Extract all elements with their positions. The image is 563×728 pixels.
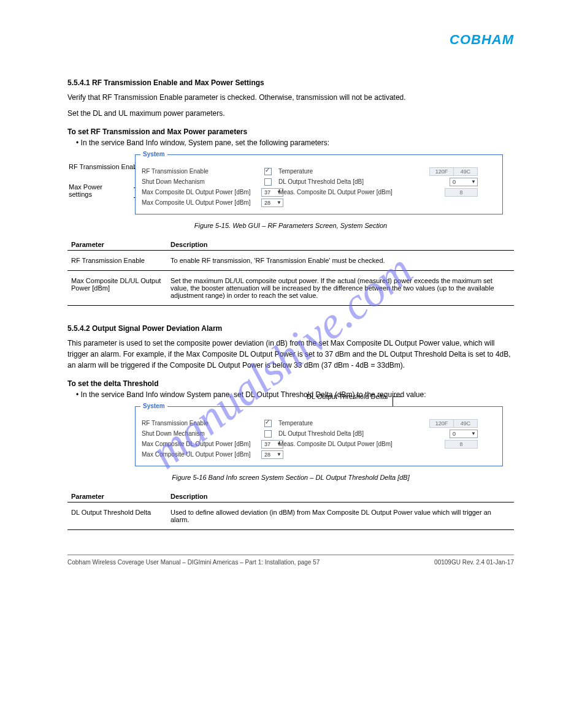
max-dl-value-2: 37 (264, 441, 270, 447)
table2-header-desc: Description (167, 491, 514, 502)
table-row: DL Output Threshold Delta Used to define… (67, 502, 514, 530)
t1r0-param: RF Transmission Enable (67, 251, 167, 271)
figure-caption-2: Figure 5-16 Band Info screen System Sect… (67, 474, 514, 481)
max-dl-value: 37 (264, 189, 270, 195)
max-ul-select-2[interactable]: 28▼ (261, 450, 283, 459)
t2r0-param: DL Output Threshold Delta (67, 502, 167, 530)
meas-dl-label: Meas. Composite DL Output Power [dBm] (275, 189, 404, 195)
callout-rf-label: RF Transmission Enable (69, 163, 142, 170)
chevron-down-icon: ▼ (277, 452, 282, 457)
temperature-label: Temperature (275, 168, 404, 175)
section-heading-2: 5.5.4.2 Output Signal Power Deviation Al… (67, 324, 514, 333)
chevron-down-icon: ▼ (471, 179, 476, 184)
meas-dl-label-2: Meas. Composite DL Output Power [dBm] (275, 441, 404, 447)
footer-right: 00109GU Rev. 2.4 01-Jan-17 (434, 559, 514, 566)
dl-thresh-select[interactable]: 0▼ (450, 178, 478, 186)
callout-dl-label: DL Output Threshold Delta (307, 393, 386, 400)
meas-dl-value-2: 8 (445, 440, 478, 449)
system-legend: System (140, 151, 167, 157)
page-footer: Cobham Wireless Coverage User Manual – D… (67, 555, 514, 566)
system-panel-2: System RF Transmission Enable Temperatur… (135, 406, 503, 466)
todo-2-step: • In the service Band Info window System… (67, 390, 514, 399)
footer-left: Cobham Wireless Coverage User Manual – D… (67, 559, 320, 566)
table-row: RF Transmission Enable To enable RF tran… (67, 251, 514, 271)
max-ul-label: Max Composite UL Output Power [dBm] (142, 199, 261, 206)
section-heading-1: 5.5.4.1 RF Transmission Enable and Max P… (67, 78, 514, 87)
rf-enable-checkbox[interactable] (264, 168, 272, 175)
params-table-1: Parameter Description RF Transmission En… (67, 239, 514, 306)
todo-1-step-text: In the service Band Info window, System … (81, 138, 330, 147)
t1r1-desc: Set the maximum DL/UL composite output p… (167, 271, 514, 306)
temperature-c-2: 49C (454, 419, 478, 428)
system-legend-2: System (140, 403, 167, 409)
temperature-f: 120F (429, 167, 454, 176)
dl-thresh-label: DL Output Threshold Delta [dB] (275, 178, 404, 185)
params-table-2: Parameter Description DL Output Threshol… (67, 491, 514, 530)
todo-1-step: • In the service Band Info window, Syste… (67, 138, 514, 147)
max-ul-value-2: 28 (264, 452, 270, 458)
dl-thresh-value: 0 (453, 179, 456, 185)
table1-header-desc: Description (167, 239, 514, 251)
chevron-down-icon: ▼ (471, 431, 476, 436)
chevron-down-icon: ▼ (277, 200, 282, 205)
max-ul-value: 28 (264, 200, 270, 206)
brand-logo: COBHAM (450, 32, 514, 48)
rf-enable-label: RF Transmission Enable (142, 168, 261, 175)
table2-header-param: Parameter (67, 491, 167, 502)
temperature-label-2: Temperature (275, 420, 404, 427)
system-panel-1: System RF Transmission Enable Temperatur… (135, 154, 503, 214)
max-dl-label-2: Max Composite DL Output Power [dBm] (142, 441, 261, 447)
dl-thresh-value-2: 0 (453, 431, 456, 437)
table1-header-param: Parameter (67, 239, 167, 251)
max-dl-label: Max Composite DL Output Power [dBm] (142, 189, 261, 195)
temperature-f-2: 120F (429, 419, 454, 428)
t1r0-desc: To enable RF transmission, 'RF Transmiss… (167, 251, 514, 271)
callout-max-label: Max Power settings (69, 183, 102, 198)
t2r0-desc: Used to define allowed deviation (in dBM… (167, 502, 514, 530)
t1r1-param: Max Composite DL/UL Output Power [dBm] (67, 271, 167, 306)
max-ul-label-2: Max Composite UL Output Power [dBm] (142, 451, 261, 458)
temperature-c: 49C (454, 167, 478, 176)
rf-enable-checkbox-2[interactable] (264, 420, 272, 427)
shutdown-label-2: Shut Down Mechanism (142, 430, 261, 437)
shutdown-label: Shut Down Mechanism (142, 178, 261, 185)
shutdown-checkbox[interactable] (264, 178, 272, 186)
rf-enable-label-2: RF Transmission Enable (142, 420, 261, 427)
todo-2: To set the delta Threshold (67, 379, 514, 388)
intro-p1: Verify that RF Transmission Enable param… (67, 92, 514, 103)
max-ul-select[interactable]: 28▼ (261, 199, 283, 207)
meas-dl-value: 8 (445, 188, 478, 197)
dl-thresh-select-2[interactable]: 0▼ (450, 430, 478, 438)
todo-1: To set RF Transmission and Max Power par… (67, 127, 514, 136)
intro-p2: Set the DL and UL maximum power paramete… (67, 108, 514, 119)
figure-caption-1: Figure 5-15. Web GUI – RF Parameters Scr… (67, 222, 514, 229)
shutdown-checkbox-2[interactable] (264, 430, 272, 438)
second-p1: This parameter is used to set the compos… (67, 338, 514, 371)
table-row: Max Composite DL/UL Output Power [dBm] S… (67, 271, 514, 306)
dl-thresh-label-2: DL Output Threshold Delta [dB] (275, 430, 404, 437)
